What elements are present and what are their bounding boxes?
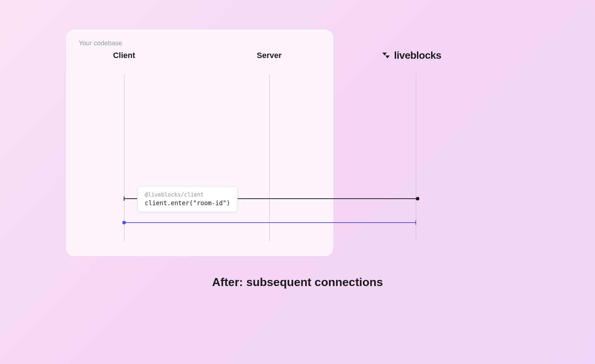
code-call: client.enter("room-id") bbox=[145, 199, 230, 207]
client-lifeline bbox=[124, 74, 124, 241]
liveblocks-lifeline bbox=[416, 74, 416, 241]
code-package: @liveblocks/client bbox=[145, 191, 230, 198]
liveblocks-logo-icon bbox=[382, 51, 390, 60]
server-lifeline bbox=[269, 74, 270, 241]
box-label: Your codebase bbox=[79, 40, 320, 47]
liveblocks-brand: liveblocks bbox=[382, 50, 441, 61]
response-arrow bbox=[124, 222, 416, 223]
code-card: @liveblocks/client client.enter("room-id… bbox=[137, 186, 238, 212]
diagram-caption: After: subsequent connections bbox=[212, 276, 383, 289]
server-column-header: Server bbox=[257, 51, 282, 60]
client-column-header: Client bbox=[113, 51, 135, 60]
brand-text: liveblocks bbox=[394, 50, 441, 61]
